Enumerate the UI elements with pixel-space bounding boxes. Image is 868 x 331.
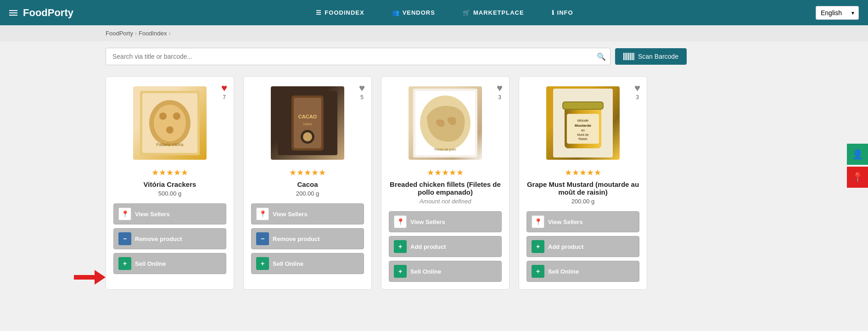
nav-marketplace-label: MARKETPLACE (473, 9, 524, 16)
add-product-btn-mustard[interactable]: + Add product (526, 236, 639, 257)
svg-point-6 (166, 126, 174, 134)
product-name-chicken: Breaded chicken fillets (Filetes de poll… (389, 180, 502, 196)
barcode-icon (623, 53, 634, 60)
brand-name: FoodPorty (23, 7, 73, 19)
breadcrumb-foodporty: FoodPorty › (106, 30, 137, 37)
heart-area-mustard: ♥ 3 (634, 83, 640, 101)
product-amount-vitoria: 500.00 g (158, 190, 182, 197)
view-sellers-btn-mustard[interactable]: 📍 View Sellers (526, 211, 639, 232)
heart-count-mustard: 3 (636, 94, 639, 101)
product-card-mustard: ♥ 3 (519, 76, 647, 290)
heart-icon-mustard: ♥ (634, 83, 640, 93)
sell-online-btn-cacoa[interactable]: + Sell Online (251, 253, 364, 274)
product-img-placeholder-vitoria: Padaria Vitória (133, 86, 207, 160)
nav-info[interactable]: ℹ INFO (552, 9, 573, 16)
map-icon-vitoria: 📍 (118, 208, 131, 220)
svg-text:100%: 100% (303, 122, 312, 126)
svg-text:Raisin: Raisin (578, 137, 588, 140)
crackers-svg: Padaria Vitória (140, 91, 200, 155)
sell-online-btn-vitoria[interactable]: + Sell Online (113, 253, 226, 274)
plus-icon2-mustard: + (532, 265, 544, 278)
product-amount-cacoa: 200.00 g (296, 190, 319, 197)
heart-area-chicken: ♥ 3 (497, 83, 503, 101)
plus-icon-chicken: + (394, 240, 407, 253)
nav-right: English Deutsch Français Español ▼ (816, 6, 859, 20)
search-bar-area: 🔍 Scan Barcode (0, 41, 868, 72)
svg-text:Mélodie: Mélodie (577, 119, 589, 122)
float-location-button[interactable]: 📍 (847, 167, 868, 188)
heart-area-vitoria: ♥ 7 (221, 83, 227, 101)
magnifier-icon: 🔍 (597, 53, 606, 61)
remove-product-btn-cacoa[interactable]: − Remove product (251, 228, 364, 249)
nav-foodindex[interactable]: ☰ FOODINDEX (316, 9, 364, 16)
language-selector-wrapper: English Deutsch Français Español ▼ (816, 6, 859, 20)
product-card-chicken: ♥ 3 Filetes de pollo ★★★★★ Breaded chick… (381, 76, 510, 290)
breadcrumb-separator: › (135, 30, 137, 37)
mustard-svg: Mélodie Moutarde au Moût de Raisin (553, 89, 613, 157)
plus-icon-mustard: + (532, 240, 544, 253)
scan-barcode-button[interactable]: Scan Barcode (615, 48, 687, 65)
svg-text:Padaria Vitória: Padaria Vitória (157, 142, 184, 147)
brand-logo[interactable]: FoodPorty (9, 7, 73, 19)
red-arrow (74, 270, 106, 285)
vendors-icon: 👥 (392, 9, 400, 16)
svg-point-4 (159, 112, 167, 120)
breadcrumb-separator-2: › (168, 30, 170, 37)
product-img-placeholder-cacoa: CACAO 100% (271, 86, 344, 160)
product-name-cacoa: Cacoa (297, 180, 318, 188)
user-icon: 👤 (852, 149, 863, 160)
float-user-button[interactable]: 👤 (847, 144, 868, 165)
remove-product-btn-vitoria[interactable]: − Remove product (113, 228, 226, 249)
product-amount-chicken: Amount not defined (420, 198, 471, 205)
heart-icon-cacoa: ♥ (359, 83, 365, 93)
nav-foodindex-label: FOODINDEX (325, 9, 364, 16)
heart-icon-chicken: ♥ (497, 83, 503, 93)
nav-marketplace[interactable]: 🛒 MARKETPLACE (463, 9, 524, 16)
svg-point-5 (173, 112, 180, 120)
language-select[interactable]: English Deutsch Français Español (816, 6, 859, 20)
search-button[interactable]: 🔍 (597, 52, 606, 61)
sell-online-btn-chicken[interactable]: + Sell Online (389, 261, 502, 282)
view-sellers-btn-vitoria[interactable]: 📍 View Sellers (113, 203, 226, 224)
plus-icon2-chicken: + (394, 265, 407, 278)
hamburger-icon (9, 10, 17, 16)
svg-point-14 (303, 132, 312, 141)
location-icon: 📍 (852, 172, 863, 183)
nav-links: ☰ FOODINDEX 👥 VENDORS 🛒 MARKETPLACE ℹ IN… (92, 9, 797, 16)
minus-icon-vitoria: − (118, 232, 131, 245)
breadcrumb: FoodPorty › FoodIndex › (0, 25, 868, 41)
svg-text:au: au (581, 129, 585, 132)
product-image-mustard: Mélodie Moutarde au Moût de Raisin (542, 84, 624, 162)
search-input[interactable] (106, 48, 610, 65)
product-img-placeholder-chicken: Filetes de pollo (409, 86, 482, 160)
breadcrumb-foodindex: FoodIndex › (139, 30, 170, 37)
svg-text:Moût de: Moût de (577, 133, 588, 136)
heart-count-vitoria: 7 (223, 94, 226, 101)
heart-icon-vitoria: ♥ (221, 83, 227, 93)
product-name-vitoria: Vitória Crackers (144, 180, 196, 188)
nav-vendors[interactable]: 👥 VENDORS (392, 9, 435, 16)
plus-icon-vitoria: + (118, 257, 131, 270)
product-image-cacoa: CACAO 100% (266, 84, 349, 162)
view-sellers-btn-cacoa[interactable]: 📍 View Sellers (251, 203, 364, 224)
nav-info-label: INFO (557, 9, 573, 16)
heart-area-cacoa: ♥ 5 (359, 83, 365, 101)
product-name-mustard: Grape Must Mustard (moutarde au moût de … (526, 180, 639, 196)
product-card-cacoa: ♥ 5 CACAO 100% ★★★★★ Cacoa 200.00 g 📍 Vi… (243, 76, 372, 290)
arrow-indicator (74, 270, 106, 285)
breadcrumb-foodporty-link[interactable]: FoodPorty (106, 30, 133, 37)
product-image-chicken: Filetes de pollo (404, 84, 487, 162)
foodindex-icon: ☰ (316, 9, 322, 16)
info-icon: ℹ (552, 9, 554, 16)
map-icon-cacoa: 📍 (256, 208, 269, 220)
svg-point-3 (154, 105, 186, 141)
stars-chicken: ★★★★★ (427, 168, 464, 178)
product-image-vitoria: Padaria Vitória (129, 84, 211, 162)
nav-vendors-label: VENDORS (403, 9, 435, 16)
map-icon-chicken: 📍 (394, 215, 407, 228)
view-sellers-btn-chicken[interactable]: 📍 View Sellers (389, 211, 502, 232)
sell-online-btn-mustard[interactable]: + Sell Online (526, 261, 639, 282)
breadcrumb-foodindex-link[interactable]: FoodIndex (139, 30, 167, 37)
heart-count-cacoa: 5 (360, 94, 364, 101)
add-product-btn-chicken[interactable]: + Add product (389, 236, 502, 257)
